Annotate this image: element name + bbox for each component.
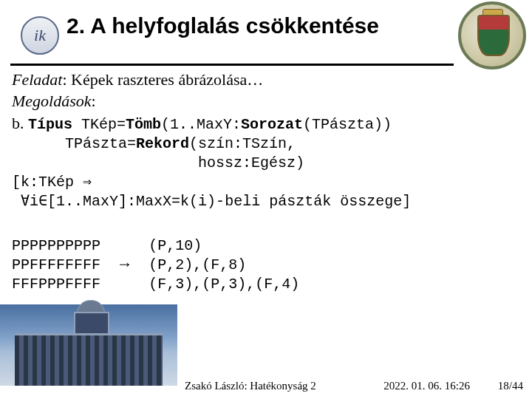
slide: ik 2. A helyfoglalás csökkentése Feladat…	[0, 0, 532, 399]
kw-tomb: Tömb	[126, 116, 161, 133]
building-photo-icon	[0, 304, 177, 386]
def-line-2: TPászta=Rekord(szín:TSzín,	[12, 134, 520, 154]
solutions-label: Megoldások	[12, 92, 92, 110]
slide-title: 2. A helyfoglalás csökkentése	[66, 13, 379, 38]
footer-author: Zsakó László: Hatékonyság 2	[185, 380, 316, 392]
definition-block: b. Típus TKép=Tömb(1..MaxY:Sorozat(TPász…	[12, 113, 520, 211]
example-left: PPPPPPPPPP PPFFFFFFFF FFFPPPFFFF	[12, 236, 100, 294]
def-line-5: ∀i∈[1..MaxY]:MaxX=k(i)-beli pászták össz…	[12, 192, 520, 211]
faculty-logo-text: ik	[34, 26, 46, 45]
arrow-icon: →	[120, 255, 129, 276]
kw-rekord: Rekord	[136, 135, 189, 152]
slide-body: Feladat: Képek raszteres ábrázolása… Meg…	[12, 69, 520, 294]
task-text: : Képek raszteres ábrázolása…	[62, 70, 263, 89]
solutions-line: Megoldások:	[12, 91, 520, 112]
def-line-1: b. Típus TKép=Tömb(1..MaxY:Sorozat(TPász…	[12, 113, 520, 134]
faculty-logo-icon: ik	[21, 16, 59, 55]
example-right: (P,10) (P,2),(F,8) (F,3),(P,3),(F,4)	[149, 236, 299, 294]
kw-tipus: Típus	[28, 116, 72, 133]
footer: Zsakó László: Hatékonyság 2 2022. 01. 06…	[0, 380, 532, 396]
title-underline	[10, 64, 454, 66]
header: ik 2. A helyfoglalás csökkentése	[0, 0, 532, 72]
university-seal-icon	[458, 1, 526, 69]
kw-sorozat: Sorozat	[241, 116, 303, 133]
footer-date: 2022. 01. 06. 16:26	[383, 380, 470, 392]
bullet-b: b.	[12, 114, 24, 132]
footer-page: 18/44	[498, 380, 523, 392]
example-block: PPPPPPPPPP PPFFFFFFFF FFFPPPFFFF → (P,10…	[12, 236, 520, 294]
task-line: Feladat: Képek raszteres ábrázolása…	[12, 69, 520, 91]
task-label: Feladat	[12, 70, 62, 89]
def-line-3: hossz:Egész)	[12, 154, 520, 173]
def-line-4: [k:TKép ⇒	[12, 173, 520, 192]
